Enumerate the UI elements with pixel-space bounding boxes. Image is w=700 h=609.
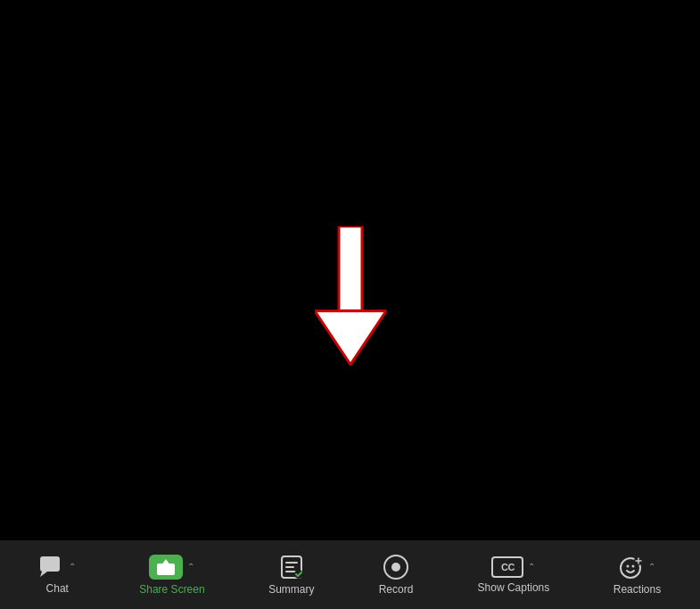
svg-rect-2 — [40, 556, 60, 572]
toolbar-item-show-captions[interactable]: CC ⌃ Show Captions — [469, 551, 559, 599]
svg-rect-8 — [285, 566, 294, 568]
cc-icon: CC — [491, 556, 523, 578]
svg-point-12 — [626, 564, 629, 567]
svg-marker-3 — [40, 572, 47, 577]
toolbar: ⌃ Chat ⌃ Share Screen — [0, 540, 700, 609]
share-screen-icon — [149, 555, 183, 580]
chat-label: Chat — [46, 582, 69, 595]
chat-icon — [39, 556, 64, 579]
record-label: Record — [379, 583, 414, 596]
svg-marker-5 — [161, 559, 170, 565]
reactions-label: Reactions — [614, 583, 661, 596]
toolbar-item-reactions[interactable]: ⌃ Reactions — [605, 549, 670, 601]
captions-chevron[interactable]: ⌃ — [528, 563, 535, 572]
svg-rect-0 — [339, 226, 362, 311]
arrow-indicator — [315, 226, 386, 373]
toolbar-item-chat[interactable]: ⌃ Chat — [30, 550, 85, 600]
chat-chevron[interactable]: ⌃ — [69, 563, 76, 572]
video-area — [0, 0, 700, 540]
share-screen-label: Share Screen — [139, 583, 204, 596]
record-inner-dot — [391, 563, 400, 572]
summary-label: Summary — [268, 583, 314, 596]
summary-icon — [279, 555, 304, 580]
reactions-icon — [619, 555, 644, 580]
reactions-chevron[interactable]: ⌃ — [648, 563, 655, 572]
share-screen-chevron[interactable]: ⌃ — [187, 563, 194, 572]
record-icon — [383, 555, 408, 580]
svg-rect-9 — [285, 571, 296, 572]
toolbar-item-summary[interactable]: Summary — [259, 549, 323, 601]
show-captions-label: Show Captions — [478, 581, 550, 594]
toolbar-item-record[interactable]: Record — [369, 549, 423, 601]
svg-marker-1 — [315, 311, 386, 365]
toolbar-item-share-screen[interactable]: ⌃ Share Screen — [130, 549, 213, 601]
svg-point-13 — [631, 564, 634, 567]
svg-rect-7 — [285, 562, 298, 564]
